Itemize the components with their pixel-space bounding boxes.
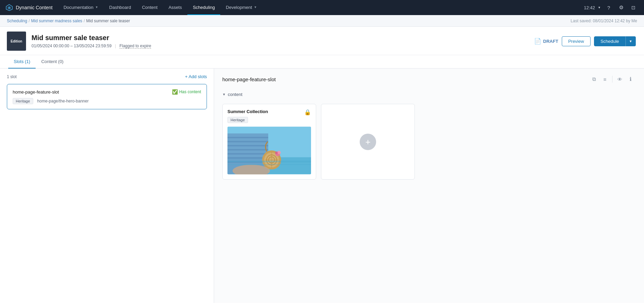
content-card-image: [227, 126, 311, 174]
lock-icon: 🔒: [304, 109, 311, 115]
nav-item-development[interactable]: Development ▼: [220, 0, 262, 15]
nav-item-dashboard[interactable]: Dashboard: [104, 0, 137, 15]
chevron-down-icon: ▼: [254, 5, 257, 9]
page-title-block: Mid summer sale teaser 01/05/2024 00:00:…: [32, 34, 151, 49]
last-saved-text: Last saved: 08/01/2024 12:42 by Me: [571, 19, 637, 23]
svg-rect-7: [227, 141, 268, 142]
svg-rect-23: [227, 161, 311, 162]
breadcrumb-mid-summer-sales[interactable]: Mid summer madness sales: [31, 19, 82, 23]
nav-item-documentation[interactable]: Documentation ▼: [58, 0, 103, 15]
right-panel-actions: ⧉ ≡ 👁 ℹ: [589, 74, 636, 84]
nav-item-content[interactable]: Content: [136, 0, 163, 15]
slot-tags-row: Heritage home-page/the-hero-banner: [13, 98, 201, 104]
svg-rect-9: [227, 149, 268, 150]
add-content-card[interactable]: +: [321, 104, 415, 180]
content-chevron-icon: ▼: [222, 93, 226, 96]
draft-badge: 📄 DRAFT: [534, 38, 558, 45]
schedule-button[interactable]: Schedule: [594, 36, 626, 46]
page-header: Edition Mid summer sale teaser 01/05/202…: [0, 27, 644, 55]
preview-button[interactable]: Preview: [562, 36, 591, 46]
info-action-btn[interactable]: ℹ: [626, 74, 636, 84]
content-card[interactable]: Summer Collection 🔒 Heritage: [222, 104, 316, 180]
svg-point-21: [275, 151, 278, 154]
svg-rect-24: [227, 164, 311, 165]
date-range: 01/05/2024 00:00:00 – 13/05/2024 23:59:5…: [32, 44, 112, 48]
nav-window-btn[interactable]: ⊡: [628, 2, 639, 13]
left-panel: 1 slot + Add slots home-page-feature-slo…: [0, 69, 214, 303]
page-header-right: 📄 DRAFT Preview Schedule ▼: [534, 36, 636, 46]
slot-path: home-page/the-hero-banner: [37, 99, 89, 103]
tabs-bar: Slots (1) Content (0): [0, 55, 644, 69]
content-section-header[interactable]: ▼ content: [222, 90, 636, 99]
list-action-btn[interactable]: ≡: [600, 74, 610, 84]
schedule-button-group: Schedule ▼: [594, 36, 636, 46]
divider: |: [115, 44, 116, 48]
main-content: 1 slot + Add slots home-page-feature-slo…: [0, 69, 644, 303]
nav-right-section: 12:42 ▼ ? ⚙ ⊡: [584, 2, 644, 13]
check-circle-icon: ✅: [172, 89, 178, 95]
breadcrumb-scheduling[interactable]: Scheduling: [7, 19, 27, 23]
breadcrumb-sep-1: /: [28, 19, 29, 23]
page-title: Mid summer sale teaser: [32, 34, 151, 42]
content-card-title: Summer Collection: [227, 109, 268, 114]
has-content-badge: ✅ Has content: [172, 89, 201, 95]
slot-card[interactable]: home-page-feature-slot ✅ Has content Her…: [7, 84, 207, 109]
top-nav: Dynamic Content Documentation ▼ Dashboar…: [0, 0, 644, 15]
nav-item-assets[interactable]: Assets: [163, 0, 187, 15]
summer-collection-image: [227, 126, 311, 174]
flagged-label: Flagged to expire: [120, 44, 151, 49]
slot-detail-name: home-page-feature-slot: [222, 76, 276, 82]
nav-time: 12:42: [584, 5, 595, 10]
eye-action-btn[interactable]: 👁: [615, 74, 625, 84]
chevron-down-icon: ▼: [95, 5, 98, 9]
page-header-left: Edition Mid summer sale teaser 01/05/202…: [7, 32, 151, 51]
svg-rect-11: [227, 157, 268, 159]
edition-badge: Edition: [7, 32, 26, 51]
tab-content[interactable]: Content (0): [36, 55, 69, 69]
nav-item-scheduling[interactable]: Scheduling: [187, 0, 220, 15]
slot-name: home-page-feature-slot: [13, 89, 59, 95]
content-section-label: content: [228, 92, 243, 97]
has-content-label: Has content: [179, 89, 201, 94]
svg-rect-8: [227, 145, 268, 146]
copy-action-btn[interactable]: ⧉: [589, 74, 599, 84]
action-divider: [612, 76, 612, 83]
right-panel-header: home-page-feature-slot ⧉ ≡ 👁 ℹ: [222, 74, 636, 84]
draft-label: DRAFT: [543, 39, 558, 44]
add-slots-btn[interactable]: + Add slots: [185, 74, 207, 79]
tab-slots[interactable]: Slots (1): [8, 55, 36, 69]
slot-heritage-tag: Heritage: [13, 98, 33, 104]
nav-logo[interactable]: Dynamic Content: [4, 4, 58, 11]
breadcrumb-sep-2: /: [84, 19, 85, 23]
breadcrumb: Scheduling / Mid summer madness sales / …: [7, 19, 130, 23]
content-card-header: Summer Collection 🔒: [227, 109, 311, 115]
left-panel-header: 1 slot + Add slots: [7, 74, 207, 79]
draft-doc-icon: 📄: [534, 38, 541, 45]
page-subtitle: 01/05/2024 00:00:00 – 13/05/2024 23:59:5…: [32, 44, 151, 49]
content-grid: Summer Collection 🔒 Heritage: [222, 104, 636, 180]
slot-count: 1 slot: [7, 74, 17, 79]
right-panel: home-page-feature-slot ⧉ ≡ 👁 ℹ ▼ content…: [214, 69, 644, 303]
app-logo-icon: [5, 4, 13, 11]
nav-time-dropdown-btn[interactable]: ▼: [597, 5, 602, 10]
svg-rect-10: [227, 153, 268, 155]
app-name: Dynamic Content: [16, 5, 52, 10]
breadcrumb-current: Mid summer sale teaser: [86, 19, 130, 23]
schedule-dropdown-btn[interactable]: ▼: [626, 36, 636, 46]
breadcrumb-bar: Scheduling / Mid summer madness sales / …: [0, 15, 644, 27]
svg-point-20: [277, 151, 281, 154]
slot-card-header: home-page-feature-slot ✅ Has content: [13, 89, 201, 95]
nav-help-btn[interactable]: ?: [604, 2, 614, 13]
content-section: ▼ content Summer Collection 🔒 Heritage: [222, 90, 636, 180]
content-card-heritage-tag: Heritage: [227, 117, 248, 123]
nav-settings-btn[interactable]: ⚙: [616, 2, 626, 13]
svg-rect-6: [227, 137, 268, 138]
add-circle-btn[interactable]: +: [360, 134, 376, 150]
